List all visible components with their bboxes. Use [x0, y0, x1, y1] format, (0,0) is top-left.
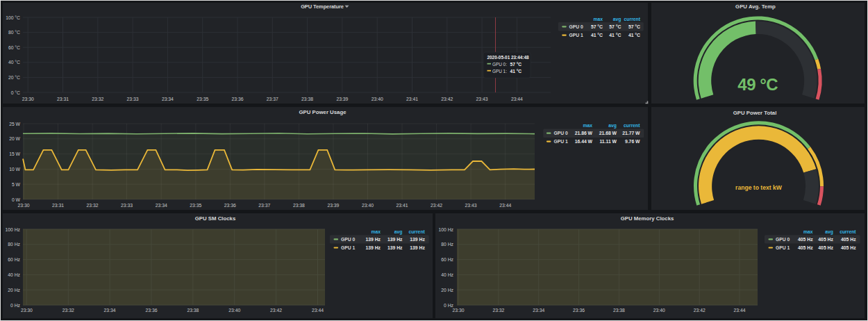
svg-text:40 Hz: 40 Hz: [441, 272, 453, 277]
svg-text:current: current: [840, 229, 856, 234]
svg-text:405 Hz: 405 Hz: [818, 245, 833, 250]
svg-text:avg: avg: [825, 229, 833, 235]
svg-text:20 Hz: 20 Hz: [441, 288, 453, 293]
svg-text:GPU Memory Clocks: GPU Memory Clocks: [621, 215, 674, 222]
svg-text:23:34: 23:34: [533, 308, 544, 313]
svg-text:GPU 0: GPU 0: [776, 237, 790, 242]
svg-text:23:38: 23:38: [613, 308, 625, 313]
svg-text:23:30: 23:30: [452, 308, 464, 313]
svg-text:max: max: [803, 229, 813, 234]
svg-text:405 Hz: 405 Hz: [818, 237, 833, 242]
svg-text:405 Hz: 405 Hz: [841, 245, 856, 250]
svg-text:0 Hz: 0 Hz: [444, 303, 454, 308]
svg-text:23:36: 23:36: [573, 308, 585, 313]
svg-text:GPU 1: GPU 1: [776, 245, 790, 250]
svg-text:405 Hz: 405 Hz: [841, 237, 856, 242]
svg-text:405 Hz: 405 Hz: [798, 237, 813, 242]
svg-text:23:42: 23:42: [694, 308, 706, 313]
svg-text:405 Hz: 405 Hz: [798, 245, 813, 250]
svg-text:60 Hz: 60 Hz: [441, 257, 453, 262]
svg-text:80 Hz: 80 Hz: [441, 242, 453, 247]
svg-text:100 Hz: 100 Hz: [438, 227, 453, 232]
svg-text:23:40: 23:40: [653, 308, 665, 313]
svg-text:23:32: 23:32: [492, 308, 504, 313]
svg-text:23:44: 23:44: [733, 308, 745, 313]
